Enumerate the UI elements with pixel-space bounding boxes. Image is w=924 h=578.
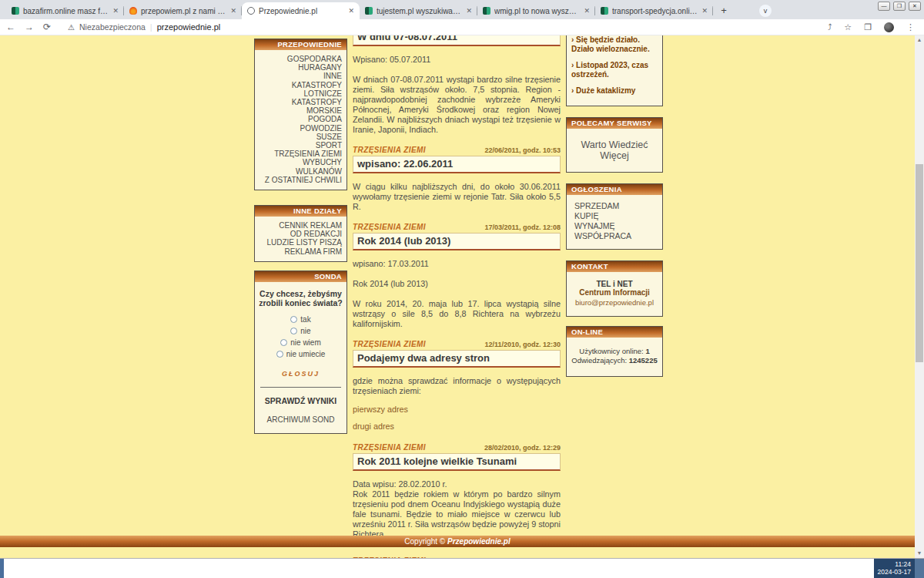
sidebar-item-powodzie[interactable]: POWODZIE — [259, 124, 342, 133]
predictions-menu-box: PRZEPOWIEDNIE GOSPODARKA HURAGANY INNE K… — [254, 39, 347, 190]
poll-option-label[interactable]: nie — [300, 327, 310, 335]
poll-option-label[interactable]: nie wiem — [290, 338, 320, 347]
minimize-button[interactable]: — — [878, 2, 890, 11]
ads-link-kupie[interactable]: KUPIĘ — [574, 211, 658, 221]
sidebar-item-reklama-firm[interactable]: REKLAMA FIRM — [259, 247, 342, 256]
vertical-scrollbar[interactable]: ▲ ▼ — [915, 35, 924, 558]
tab-title: przepowiem.pl z nami jesteś zna — [141, 7, 226, 15]
tab-wmig[interactable]: wmig.pl to nowa wyszukiwarka f ✕ — [477, 2, 595, 19]
profile-avatar[interactable] — [884, 22, 894, 32]
article-title: Rok 2011 kolejne wielkie Tsunami — [353, 453, 561, 471]
scrollbar-down-arrow-icon[interactable]: ▼ — [915, 549, 924, 558]
contact-line1: TEL i NET — [568, 280, 661, 288]
not-secure-warning-icon[interactable]: ⚠ — [68, 23, 75, 32]
recommended-box: POLECAMY SERWISY Warto Wiedzieć Więcej — [566, 117, 663, 173]
sidebar-item-gospodarka[interactable]: GOSPODARKA — [259, 55, 342, 63]
taskbar-left-edge[interactable] — [0, 559, 4, 578]
security-label: Niezabezpieczona — [79, 22, 146, 32]
tab-close-icon[interactable]: ✕ — [701, 7, 708, 15]
poll-header: SONDA — [255, 271, 346, 282]
poll-archive-link[interactable]: ARCHIWUM SOND — [255, 415, 346, 424]
other-sections-box: INNE DZIAŁY CENNIK REKLAM OD REDAKCJI LU… — [254, 205, 347, 262]
ads-link-sprzedam[interactable]: SPRZEDAM — [574, 201, 658, 211]
check-results-link[interactable]: SPRAWDŹ WYNIKI — [255, 396, 346, 405]
back-icon[interactable]: ← — [6, 22, 15, 32]
radio-button[interactable] — [280, 339, 287, 346]
ads-link-wynajme[interactable]: WYNAJMĘ — [574, 221, 658, 231]
tab-bazafirm[interactable]: bazafirm.online masz firmę kup w ✕ — [6, 2, 124, 19]
tab-transport-spedycja[interactable]: transport-spedycja.online strona ✕ — [595, 2, 713, 19]
sidebar-item-katastrofy-morskie[interactable]: KATASTROFY MORSKIE — [259, 98, 342, 115]
article-date: 12/11/2010, godz. 12:30 — [484, 341, 561, 348]
tab-close-icon[interactable]: ✕ — [348, 7, 354, 15]
bookmark-star-icon[interactable]: ☆ — [844, 22, 852, 32]
reload-icon[interactable]: ⟳ — [43, 22, 51, 32]
poll-option-label[interactable]: tak — [300, 315, 310, 324]
radio-button[interactable] — [290, 316, 297, 323]
article-body: gdzie można sprawdzać informacje o wystę… — [353, 376, 561, 396]
scrollbar-thumb[interactable] — [916, 164, 923, 362]
sidebar-item-cennik-reklam[interactable]: CENNIK REKLAM — [259, 221, 342, 230]
sidebar-item-ludzie-listy-pisza[interactable]: LUDZIE LISTY PISZĄ — [259, 238, 342, 247]
scrollbar-up-arrow-icon[interactable]: ▲ — [915, 35, 924, 45]
sidebar-item-katastrofy-lotnicze[interactable]: KATASTROFY LOTNICZE — [259, 81, 342, 98]
tab-close-icon[interactable]: ✕ — [466, 7, 472, 15]
article-body: Wpisano: 05.07.2011 W dniach 07-08.07.20… — [353, 55, 561, 135]
poll-option-row: nie — [255, 327, 346, 335]
online-users-row: Użytkownicy online: 1 — [568, 347, 661, 356]
taskbar-clock[interactable]: 11:24 2024-03-17 — [874, 559, 915, 578]
online-visitors-label: Odwiedzających: — [571, 356, 628, 365]
tab-search-chevron-icon[interactable]: v — [759, 5, 772, 17]
sidebar-item-wybuchy-wulkanow[interactable]: WYBUCHY WULKANÓW — [259, 158, 342, 175]
tab-close-icon[interactable]: ✕ — [230, 7, 236, 15]
sidebar-item-trzesienia-ziemi[interactable]: TRZĘSIENIA ZIEMI — [259, 150, 342, 158]
show-desktop-button[interactable] — [915, 559, 924, 578]
forward-icon[interactable]: → — [25, 22, 34, 32]
share-icon[interactable]: ⤴ — [828, 22, 832, 32]
poll-option-label[interactable]: nie umiecie — [286, 350, 326, 358]
address-bar[interactable]: ⚠ Niezabezpieczona | przepowiednie.pl — [68, 22, 828, 32]
tab-przepowiem[interactable]: przepowiem.pl z nami jesteś zna ✕ — [124, 2, 242, 19]
wmig-favicon-icon — [483, 7, 490, 15]
kebab-menu-icon[interactable]: ⋮ — [906, 22, 915, 32]
side-panel-icon[interactable]: ❐ — [864, 22, 872, 32]
ads-box: OGŁOSZENIA SPRZEDAM KUPIĘ WYNAJMĘ WSPÓŁP… — [566, 183, 663, 250]
recommended-service-link[interactable]: Warto Wiedzieć Więcej — [567, 129, 662, 172]
site-footer: Copyright © Przepowiednie.pl — [0, 536, 915, 547]
ads-link-wspolpraca[interactable]: WSPÓŁPRACA — [574, 231, 658, 241]
sidebar-item-huragany[interactable]: HURAGANY — [259, 63, 342, 72]
radio-button[interactable] — [290, 328, 297, 334]
sidebar-item-od-redakcji[interactable]: OD REDAKCJI — [259, 230, 342, 238]
poll-option-row: nie umiecie — [255, 350, 346, 358]
radio-button[interactable] — [276, 351, 283, 358]
second-address-link[interactable]: drugi adres — [353, 422, 561, 431]
sidebar-item-sport[interactable]: SPORT — [259, 141, 342, 150]
first-address-link[interactable]: pierwszy adres — [353, 405, 561, 414]
tab-przepowiednie-active[interactable]: Przepowiednie.pl ✕ — [242, 2, 360, 19]
predictions-menu-items: GOSPODARKA HURAGANY INNE KATASTROFY LOTN… — [255, 50, 346, 190]
contact-line2: Centrum Informacji — [568, 288, 661, 297]
new-tab-button[interactable]: + — [718, 5, 730, 17]
sidebar-item-susze[interactable]: SUSZE — [259, 133, 342, 141]
article-category: TRZĘSIENIA ZIEMI — [353, 146, 426, 154]
maximize-button[interactable]: ❐ — [893, 2, 906, 11]
news-link[interactable]: › Się będzie działo. Działo wieloznaczni… — [571, 35, 658, 54]
sidebar-item-z-ostatniej-chwili[interactable]: Z OSTATNIEJ CHWILI — [259, 176, 342, 184]
news-link[interactable]: › Duże kataklizmy — [571, 86, 658, 96]
contact-email-link[interactable]: biuro@przepowiednie.pl — [568, 298, 661, 307]
online-users-value: 1 — [645, 347, 649, 355]
tab-close-icon[interactable]: ✕ — [112, 7, 119, 15]
news-link[interactable]: › Listopad 2023, czas ostrzeżeń. — [571, 61, 658, 79]
webpage-content: PRZEPOWIEDNIE GOSPODARKA HURAGANY INNE K… — [0, 35, 915, 558]
article-date: 17/03/2011, godz. 12:08 — [484, 223, 561, 231]
article-body: W ciągu kilku najbliższych dni, do około… — [353, 182, 561, 212]
ads-items: SPRZEDAM KUPIĘ WYNAJMĘ WSPÓŁPRACA — [567, 195, 662, 249]
tab-tujestem[interactable]: tujestem.pl wyszukiwarka naj ✕ — [360, 2, 477, 19]
sidebar-item-inne[interactable]: INNE — [259, 72, 342, 80]
tab-close-icon[interactable]: ✕ — [584, 7, 590, 15]
vote-button[interactable]: GŁOSUJ — [255, 370, 346, 378]
url-text[interactable]: przepowiednie.pl — [157, 22, 221, 32]
close-window-button[interactable]: ✕ — [909, 2, 921, 11]
sidebar-item-pogoda[interactable]: POGODA — [259, 115, 342, 123]
tab-title: wmig.pl to nowa wyszukiwarka f — [494, 7, 580, 15]
